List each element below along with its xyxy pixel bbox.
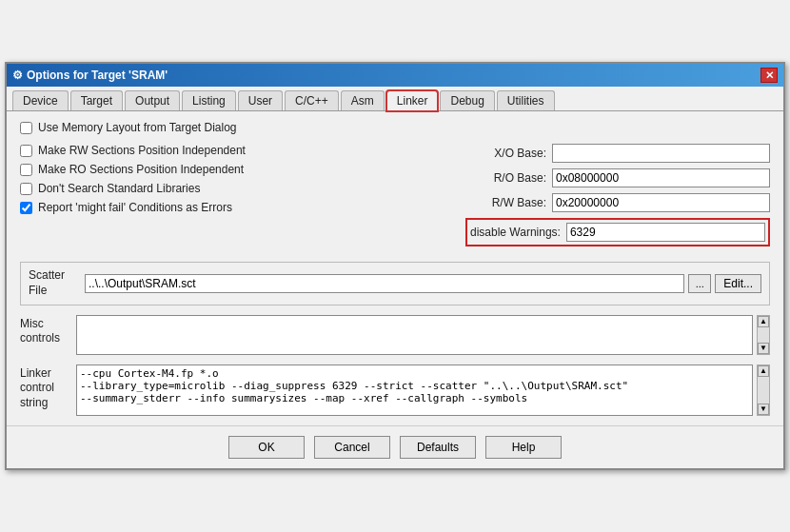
right-panel: X/O Base: R/O Base: R/W Base: disable Wa… bbox=[465, 144, 770, 246]
main-window: ⚙ Options for Target 'SRAM' ✕ Device Tar… bbox=[5, 62, 785, 469]
misc-label: Misccontrols bbox=[20, 315, 72, 355]
linker-textarea[interactable]: --cpu Cortex-M4.fp *.o --library_type=mi… bbox=[76, 365, 753, 416]
scatter-input[interactable] bbox=[85, 274, 684, 293]
misc-textarea[interactable] bbox=[76, 315, 753, 355]
make-ro-checkbox[interactable] bbox=[20, 164, 32, 176]
dont-search-label: Don't Search Standard Libraries bbox=[38, 182, 200, 195]
tab-linker[interactable]: Linker bbox=[386, 90, 439, 111]
tab-output[interactable]: Output bbox=[125, 90, 180, 110]
ok-button[interactable]: OK bbox=[228, 436, 305, 459]
help-button[interactable]: Help bbox=[485, 436, 562, 459]
linker-section: Linkercontrolstring --cpu Cortex-M4.fp *… bbox=[20, 365, 770, 416]
scatter-edit-button[interactable]: Edit... bbox=[715, 274, 761, 293]
scatter-browse-button[interactable]: ... bbox=[688, 274, 711, 293]
tab-user[interactable]: User bbox=[238, 90, 283, 110]
disable-warnings-row: disable Warnings: bbox=[465, 218, 770, 246]
tab-bar: Device Target Output Listing User C/C++ … bbox=[7, 87, 783, 111]
linker-scroll-up[interactable]: ▲ bbox=[758, 365, 769, 377]
make-ro-label: Make RO Sections Position Independent bbox=[38, 163, 244, 176]
cancel-button[interactable]: Cancel bbox=[314, 436, 390, 459]
window-icon: ⚙ bbox=[12, 69, 23, 82]
xo-base-label: X/O Base: bbox=[465, 147, 546, 160]
misc-scrollbar: ▲ ▼ bbox=[757, 315, 770, 355]
content-area: Use Memory Layout from Target Dialog Mak… bbox=[7, 111, 783, 424]
report-fail-row: Report 'might fail' Conditions as Errors bbox=[20, 201, 456, 214]
tab-listing[interactable]: Listing bbox=[182, 90, 236, 110]
misc-scroll-up[interactable]: ▲ bbox=[758, 316, 769, 327]
rw-base-row: R/W Base: bbox=[465, 193, 770, 212]
scatter-row: ScatterFile ... Edit... bbox=[29, 268, 761, 298]
misc-section: Misccontrols ▲ ▼ bbox=[20, 315, 770, 355]
dont-search-row: Don't Search Standard Libraries bbox=[20, 182, 456, 195]
report-fail-label: Report 'might fail' Conditions as Errors bbox=[38, 201, 232, 214]
scatter-label: ScatterFile bbox=[29, 268, 81, 298]
linker-label: Linkercontrolstring bbox=[20, 365, 72, 416]
make-rw-label: Make RW Sections Position Independent bbox=[38, 144, 246, 157]
disable-warnings-input[interactable] bbox=[566, 223, 765, 242]
window-title: Options for Target 'SRAM' bbox=[27, 69, 168, 82]
misc-scroll-down[interactable]: ▼ bbox=[758, 343, 769, 354]
title-bar-left: ⚙ Options for Target 'SRAM' bbox=[12, 69, 168, 82]
ro-base-row: R/O Base: bbox=[465, 168, 770, 187]
xo-base-row: X/O Base: bbox=[465, 144, 770, 163]
ro-base-label: R/O Base: bbox=[465, 171, 546, 185]
make-rw-row: Make RW Sections Position Independent bbox=[20, 144, 456, 157]
dont-search-checkbox[interactable] bbox=[20, 183, 32, 195]
bottom-bar: OK Cancel Defaults Help bbox=[7, 425, 783, 468]
defaults-button[interactable]: Defaults bbox=[400, 436, 476, 459]
rw-base-label: R/W Base: bbox=[465, 196, 546, 209]
disable-warnings-label: disable Warnings: bbox=[470, 226, 561, 239]
make-ro-row: Make RO Sections Position Independent bbox=[20, 163, 456, 176]
left-panel: Make RW Sections Position Independent Ma… bbox=[20, 144, 456, 246]
title-bar: ⚙ Options for Target 'SRAM' ✕ bbox=[7, 64, 783, 87]
tab-utilities[interactable]: Utilities bbox=[497, 90, 555, 110]
linker-scrollbar: ▲ ▼ bbox=[757, 365, 770, 416]
close-button[interactable]: ✕ bbox=[760, 68, 778, 83]
use-memory-layout-row: Use Memory Layout from Target Dialog bbox=[20, 121, 770, 134]
make-rw-checkbox[interactable] bbox=[20, 145, 32, 157]
use-memory-layout-label: Use Memory Layout from Target Dialog bbox=[38, 121, 237, 134]
scatter-section: ScatterFile ... Edit... bbox=[20, 262, 770, 305]
tab-asm[interactable]: Asm bbox=[341, 90, 385, 110]
xo-base-input[interactable] bbox=[552, 144, 770, 163]
rw-base-input[interactable] bbox=[552, 193, 770, 212]
linker-scroll-down[interactable]: ▼ bbox=[758, 404, 769, 415]
tab-target[interactable]: Target bbox=[70, 90, 123, 110]
ro-base-input[interactable] bbox=[552, 168, 770, 187]
main-layout: Make RW Sections Position Independent Ma… bbox=[20, 144, 770, 246]
use-memory-layout-checkbox[interactable] bbox=[20, 122, 32, 134]
tab-cpp[interactable]: C/C++ bbox=[285, 90, 339, 110]
report-fail-checkbox[interactable] bbox=[20, 202, 32, 214]
tab-device[interactable]: Device bbox=[12, 90, 69, 110]
tab-debug[interactable]: Debug bbox=[440, 90, 494, 110]
